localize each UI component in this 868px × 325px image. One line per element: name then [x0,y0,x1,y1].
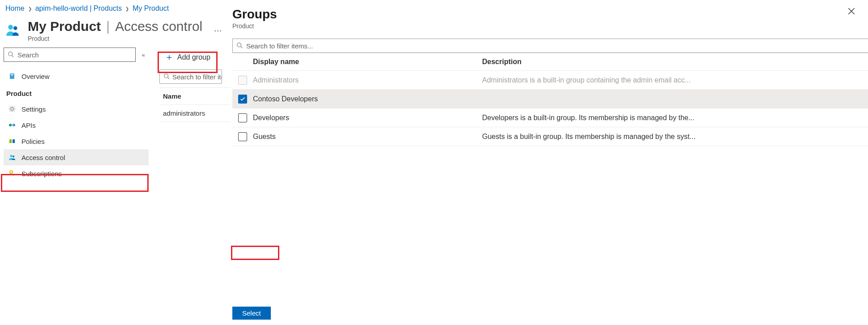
api-icon [8,121,16,129]
row-name: Administrators [253,72,482,89]
sidebar-item-label: Subscriptions [21,170,62,178]
people-icon [8,153,16,161]
checkbox[interactable] [238,113,247,122]
chevron-right-icon: ❯ [125,6,129,11]
row-desc [482,95,868,104]
svg-point-2 [9,52,13,56]
sidebar-item-settings[interactable]: Settings [4,101,149,117]
sidebar-item-access-control[interactable]: Access control [4,149,149,165]
page-subtitle: Product [28,35,202,42]
sidebar-item-policies[interactable]: Policies [4,133,149,149]
search-icon [8,51,14,59]
overview-icon [8,72,16,80]
collapse-sidebar-button[interactable]: « [142,52,145,58]
svg-point-0 [8,25,13,30]
sidebar-item-label: APIs [21,121,36,129]
column-header-displayname[interactable]: Display name [253,53,482,70]
svg-line-14 [168,77,170,79]
content-filter[interactable] [159,69,222,84]
panel-row-developers[interactable]: Developers Developers is a built-in grou… [232,108,868,127]
panel-row-contoso[interactable]: Contoso Developers [232,90,868,108]
svg-line-18 [241,46,243,48]
breadcrumb-link-home[interactable]: Home [5,4,25,13]
sidebar-item-label: Policies [21,138,45,145]
row-desc: Guests is a built-in group. Its membersh… [482,128,868,145]
svg-line-3 [12,55,14,57]
svg-point-11 [13,156,14,157]
row-name: Contoso Developers [253,91,482,108]
svg-point-17 [237,43,241,47]
sidebar-item-label: Access control [21,154,65,161]
svg-point-7 [9,124,12,126]
svg-rect-4 [10,74,14,79]
svg-point-10 [10,155,13,157]
checkbox-checked[interactable] [238,95,247,104]
checkbox[interactable] [238,132,247,141]
sidebar: « Overview Product Settings APIs [0,48,149,182]
sidebar-heading-product: Product [4,84,149,101]
svg-point-13 [164,74,168,78]
row-name: Guests [253,128,482,145]
title-separator: | [106,19,110,34]
more-actions-button[interactable]: ··· [214,26,222,35]
page-title-block: My Product | Access control Product [28,19,202,42]
panel-row-administrators: Administrators Administrators is a built… [232,71,868,90]
panel-search[interactable] [232,39,868,53]
sidebar-item-label: Settings [21,105,46,113]
svg-point-6 [11,108,13,110]
select-button[interactable]: Select [232,307,271,320]
row-desc: Developers is a built-in group. Its memb… [482,109,868,126]
add-group-label: Add group [177,53,210,61]
close-panel-button[interactable] [847,7,856,16]
row-desc: Administrators is a built-in group conta… [482,72,868,89]
search-icon [236,42,243,50]
plus-icon: ＋ [165,51,174,63]
sidebar-item-apis[interactable]: APIs [4,117,149,133]
panel-title: Groups [232,7,277,22]
search-icon [163,73,170,81]
page-title: My Product [28,19,101,34]
panel-search-input[interactable] [246,42,864,50]
breadcrumb-link-product[interactable]: My Product [133,4,169,13]
sidebar-search[interactable] [4,48,136,62]
content-filter-input[interactable] [172,73,222,81]
sidebar-search-input[interactable] [17,51,132,59]
row-name: Developers [253,109,482,126]
policies-icon [8,137,16,145]
chevron-right-icon: ❯ [28,6,32,11]
svg-rect-9 [13,139,15,143]
column-header-description[interactable]: Description [482,53,868,70]
panel-row-guests[interactable]: Guests Guests is a built-in group. Its m… [232,127,868,146]
breadcrumb-link-products[interactable]: apim-hello-world | Products [35,4,122,13]
svg-rect-5 [11,74,13,75]
svg-point-1 [13,26,17,30]
groups-panel: Groups Product Display name Description … [231,0,868,325]
people-icon [5,22,21,39]
sidebar-item-subscriptions[interactable]: Subscriptions [4,165,149,182]
page-title-suffix: Access control [115,19,202,34]
panel-subtitle: Product [232,22,277,30]
gear-icon [8,105,16,113]
checkbox [238,76,247,85]
svg-point-12 [10,171,13,173]
key-icon [8,169,16,178]
panel-groups-table: Display name Description Administrators … [232,53,868,146]
svg-rect-8 [9,139,12,143]
sidebar-item-overview[interactable]: Overview [4,68,149,84]
sidebar-item-label: Overview [21,73,50,80]
